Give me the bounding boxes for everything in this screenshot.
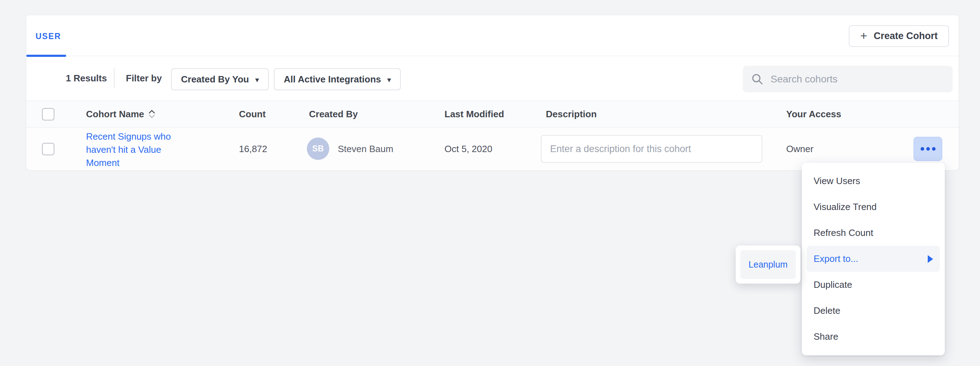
integrations-filter-label: All Active Integrations — [284, 74, 381, 85]
tab-bar: USER + Create Cohort — [26, 15, 959, 56]
ellipsis-icon — [921, 147, 924, 151]
row-actions-button[interactable] — [913, 137, 942, 161]
cohorts-panel: USER + Create Cohort 1 Results Filter by… — [26, 15, 959, 170]
description-input[interactable] — [541, 135, 762, 163]
column-header-last-modified: Last Modified — [444, 101, 504, 127]
menu-item-visualize-trend[interactable]: Visualize Trend — [807, 194, 940, 220]
avatar: SB — [307, 138, 329, 160]
sort-icon — [148, 110, 155, 118]
filter-bar: 1 Results Filter by Created By You ▾ All… — [26, 56, 959, 101]
column-header-description: Description — [546, 101, 597, 127]
menu-item-delete[interactable]: Delete — [807, 298, 940, 324]
integrations-filter-dropdown[interactable]: All Active Integrations ▾ — [274, 68, 401, 90]
filter-by-label: Filter by — [126, 56, 162, 101]
menu-item-refresh-count[interactable]: Refresh Count — [807, 220, 940, 246]
ellipsis-icon — [932, 147, 935, 151]
created-by-filter-label: Created By You — [181, 74, 249, 85]
divider — [114, 68, 115, 89]
cohort-count: 16,872 — [239, 128, 267, 170]
chevron-down-icon: ▾ — [388, 76, 391, 84]
plus-icon: + — [860, 30, 867, 41]
menu-item-view-users[interactable]: View Users — [807, 168, 940, 194]
search-cohorts-box — [743, 66, 953, 92]
column-header-your-access: Your Access — [786, 101, 841, 127]
row-actions-menu: View Users Visualize Trend Refresh Count… — [802, 163, 945, 355]
ellipsis-icon — [926, 147, 930, 151]
menu-item-share[interactable]: Share — [807, 324, 940, 350]
column-header-created-by: Created By — [309, 101, 358, 127]
created-by-filter-dropdown[interactable]: Created By You ▾ — [171, 68, 269, 90]
chevron-down-icon: ▾ — [255, 76, 259, 84]
cohort-name-link[interactable]: Recent Signups who haven't hit a Value M… — [86, 130, 181, 170]
column-header-cohort-name[interactable]: Cohort Name — [86, 101, 155, 127]
select-all-checkbox[interactable] — [42, 108, 54, 120]
search-icon — [751, 73, 764, 85]
create-cohort-button[interactable]: + Create Cohort — [849, 25, 949, 47]
table-header: Cohort Name Count Created By Last Modifi… — [26, 101, 959, 128]
last-modified-date: Oct 5, 2020 — [444, 128, 492, 170]
submenu-arrow-icon — [928, 255, 933, 263]
tab-user[interactable]: USER — [35, 32, 61, 41]
export-to-label: Export to... — [814, 254, 858, 265]
menu-item-export-to[interactable]: Export to... — [807, 246, 940, 272]
column-header-count: Count — [239, 101, 266, 127]
results-count: 1 Results — [66, 56, 107, 101]
cohort-name-header-label: Cohort Name — [86, 109, 144, 120]
create-cohort-label: Create Cohort — [874, 30, 938, 41]
created-by-name: Steven Baum — [338, 128, 393, 170]
export-submenu: Leanplum — [736, 246, 800, 284]
menu-item-duplicate[interactable]: Duplicate — [807, 272, 940, 298]
search-input[interactable] — [770, 74, 944, 85]
submenu-item-leanplum[interactable]: Leanplum — [740, 250, 796, 279]
row-checkbox[interactable] — [42, 143, 54, 155]
